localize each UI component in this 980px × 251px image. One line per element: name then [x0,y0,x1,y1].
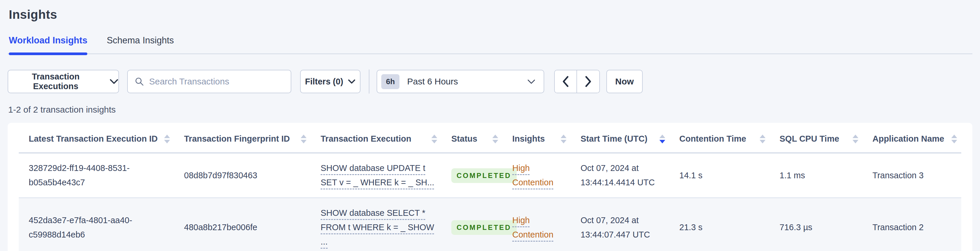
insight-type-select[interactable]: Transaction Executions [8,70,119,93]
cell-insights: High Contention [502,153,571,198]
cell-sqlCpuTime: 1.1 ms [770,153,862,198]
sort-arrows-icon [492,134,498,143]
tab-workload-insights[interactable]: Workload Insights [9,35,88,53]
sort-arrows-icon [659,134,665,143]
tab-schema-insights[interactable]: Schema Insights [107,35,174,53]
results-summary: 1-2 of 2 transaction insights [8,105,972,115]
filters-button-label: Filters (0) [305,77,344,86]
cell-appName: Transaction 3 [862,153,961,198]
cell-startTime: Oct 07, 2024 at 13:44:07.447 UTC [571,198,669,251]
chevron-left-icon [562,76,569,87]
cell-insights: High Contention [502,198,571,251]
table-row: 452da3e7-e7fa-4801-aa40-c59988d14eb6480a… [19,198,961,251]
cell-fingerprintId: 480a8b217be006fe [174,198,311,251]
search-box [127,70,291,93]
insights-table-card: Latest Transaction Execution ID Transact… [8,123,972,251]
cell-status: COMPLETED [441,153,502,198]
page-title: Insights [9,8,972,22]
time-range-select[interactable]: 6h Past 6 Hours [377,70,544,93]
chevron-down-icon [110,79,118,84]
statement-link[interactable]: SHOW database UPDATE tSET v = _ WHERE k … [321,163,434,187]
transaction-insights-table: Latest Transaction Execution ID Transact… [19,123,961,251]
column-header-insights[interactable]: Insights [512,134,566,144]
search-icon [135,77,144,86]
time-range-badge: 6h [381,74,399,89]
column-header-transaction-fingerprint-id[interactable]: Transaction Fingerprint ID [184,134,307,144]
statement-link[interactable]: SHOW database SELECT *FROM t WHERE k = _… [321,208,434,246]
column-header-transaction-execution[interactable]: Transaction Execution [321,134,437,144]
table-header-row: Latest Transaction Execution ID Transact… [19,123,961,153]
cell-execution: SHOW database UPDATE tSET v = _ WHERE k … [311,153,441,198]
cell-status: COMPLETED [441,198,502,251]
sort-arrows-icon [431,134,437,143]
sort-arrows-icon [760,134,765,143]
insights-page: Insights Workload Insights Schema Insigh… [0,0,980,251]
time-range-next-button[interactable] [577,70,599,93]
time-range-label: Past 6 Hours [407,77,458,86]
column-header-application-name[interactable]: Application Name [872,134,957,144]
cell-fingerprintId: 08d8b7d97f830463 [174,153,311,198]
sort-arrows-icon [853,134,858,143]
cell-appName: Transaction 2 [862,198,961,251]
chevron-right-icon [585,76,592,87]
cell-contentionTime: 21.3 s [669,198,770,251]
chevron-down-icon [348,79,355,84]
column-header-start-time[interactable]: Start Time (UTC) [581,134,665,144]
chevron-down-icon [527,79,535,84]
insight-type-link[interactable]: High Contention [512,163,553,187]
search-input[interactable] [149,77,284,86]
time-range-prev-button[interactable] [555,70,577,93]
cell-execution: SHOW database SELECT *FROM t WHERE k = _… [311,198,441,251]
sort-arrows-icon [164,134,170,143]
now-button[interactable]: Now [606,70,643,93]
status-badge: COMPLETED [451,220,517,235]
insight-type-select-value: Transaction Executions [8,72,103,91]
tab-bar: Workload Insights Schema Insights [8,35,972,54]
insight-type-link[interactable]: High Contention [512,216,553,239]
cell-execId: 328729d2-ff19-4408-8531-b05a5b4e43c7 [19,153,174,198]
column-header-status[interactable]: Status [451,134,498,144]
toolbar: Transaction Executions Filters (0) 6h Pa… [8,69,972,94]
column-header-contention-time[interactable]: Contention Time [679,134,765,144]
cell-sqlCpuTime: 716.3 µs [770,198,862,251]
column-header-sql-cpu-time[interactable]: SQL CPU Time [780,134,858,144]
status-badge: COMPLETED [451,168,517,183]
sort-arrows-icon [301,134,307,143]
toolbar-divider [369,69,369,94]
sort-arrows-icon [561,134,566,143]
cell-execId: 452da3e7-e7fa-4801-aa40-c59988d14eb6 [19,198,174,251]
sort-arrows-icon [951,134,957,143]
column-header-latest-transaction-execution-id[interactable]: Latest Transaction Execution ID [29,134,170,144]
time-range-pager [554,70,600,93]
cell-startTime: Oct 07, 2024 at 13:44:14.4414 UTC [571,153,669,198]
filters-button[interactable]: Filters (0) [300,70,361,93]
table-row: 328729d2-ff19-4408-8531-b05a5b4e43c708d8… [19,153,961,198]
cell-contentionTime: 14.1 s [669,153,770,198]
